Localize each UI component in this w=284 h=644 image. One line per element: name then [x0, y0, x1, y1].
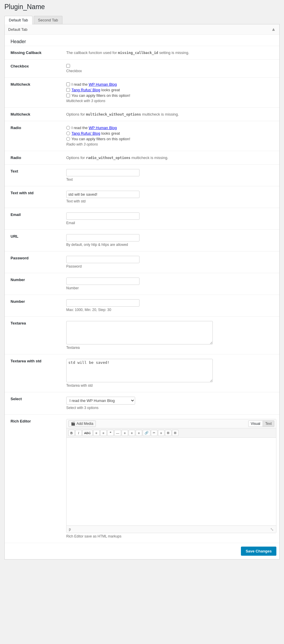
missing-callback-value: The callback function used for missing_c… [63, 46, 279, 60]
section-title: Default Tab [8, 27, 28, 32]
checkbox-sublabel: Checkbox [66, 69, 276, 73]
editor-btn-align-right[interactable]: ≡ [136, 430, 142, 436]
editor-btn-fullscreen[interactable]: ⊞ [165, 430, 171, 436]
missing-callback-text: The callback function used for missing_c… [66, 50, 189, 55]
multicheck2-pre: Options for [66, 112, 86, 116]
textarea-input[interactable] [66, 321, 213, 344]
text-tab[interactable]: Text [263, 420, 274, 427]
editor-btn-more[interactable]: ≡ [158, 430, 164, 436]
tab-default[interactable]: Default Tab [4, 16, 33, 24]
radio2-row: Radio Options for radio_without_options … [5, 151, 279, 165]
radio-input-2[interactable] [66, 131, 70, 135]
tab-nav: Default Tab Second Tab [4, 14, 280, 24]
number2-input[interactable] [66, 299, 140, 307]
multicheck2-id: multicheck_without_options [86, 112, 141, 116]
rich-editor-content[interactable] [67, 438, 276, 526]
multicheck-row: Multicheck I read the WP Human Blog Tang… [5, 78, 279, 108]
textarea-with-std-row: Textarea with std std will be saved! Tex… [5, 354, 279, 392]
textarea-label: Textarea [5, 317, 63, 354]
multicheck-item-2: Tang Rufus' Blog looks great [66, 88, 276, 92]
email-input[interactable] [66, 212, 140, 220]
rich-editor-footer: p ⤡ [67, 526, 276, 533]
editor-btn-hr[interactable]: — [114, 430, 121, 436]
checkbox-input[interactable] [66, 64, 70, 68]
text-with-std-input[interactable] [66, 191, 140, 198]
editor-btn-strikethrough[interactable]: ABC [82, 430, 93, 436]
multicheck-item-3-text: You can apply filters on this option! [72, 93, 130, 98]
select-sublabel: Select with 3 options [66, 406, 276, 410]
select-row: Select I read the WP Human Blog Tang Ruf… [5, 392, 279, 415]
resize-handle-icon[interactable]: ⤡ [270, 527, 274, 532]
text-sublabel: Text [66, 178, 276, 182]
rich-editor-sublabel: Rich Editor save as HTML markups [66, 534, 276, 538]
editor-btn-align-center[interactable]: ≡ [129, 430, 135, 436]
header-field-value [63, 35, 279, 46]
multicheck-checkbox-1[interactable] [66, 82, 70, 86]
editor-btn-ul[interactable]: ≡ [93, 430, 100, 436]
multicheck-checkbox-2[interactable] [66, 88, 70, 92]
radio2-pre: Options for [66, 155, 86, 160]
editor-btn-italic[interactable]: I [75, 430, 82, 436]
form-table: Header Missing Callback The callback fun… [5, 35, 279, 543]
multicheck-link-1[interactable]: WP Human Blog [89, 82, 117, 87]
radio-label: Radio [5, 121, 63, 151]
radio-item-3-text: You can apply filters on this option! [72, 137, 130, 141]
editor-btn-blockquote[interactable]: ❝ [107, 430, 114, 436]
save-changes-button[interactable]: Save Changes [241, 547, 276, 556]
radio2-post: multicheck is missing. [130, 155, 168, 160]
rich-editor-cell: 🎬 Add Media Visual Text B I ABC [63, 415, 279, 543]
multicheck-item-1-text: I read the WP Human Blog [72, 82, 117, 87]
collapse-icon[interactable]: ▲ [271, 27, 276, 32]
radio2-text: Options for radio_without_options multic… [66, 155, 168, 160]
radio-item-2-text: Tang Rufus' Blog looks great [72, 131, 120, 136]
editor-btn-ol[interactable]: ≡ [100, 430, 107, 436]
multicheck2-text: Options for multicheck_without_options m… [66, 112, 179, 116]
visual-text-tabs: Visual Text [248, 420, 274, 427]
number2-sublabel: Max: 1000, Min: 20, Step: 30 [66, 308, 276, 312]
url-cell: By default, only http & https are allowe… [63, 230, 279, 251]
radio-input-3[interactable] [66, 137, 70, 141]
checkbox-container [66, 64, 276, 68]
textarea-with-std-label: Textarea with std [5, 354, 63, 392]
multicheck-link-2[interactable]: Tang Rufus' Blog [72, 88, 100, 92]
select-input[interactable]: I read the WP Human Blog Tang Rufus' Blo… [66, 397, 135, 405]
number2-row: Number Max: 1000, Min: 20, Step: 30 [5, 295, 279, 317]
number-input[interactable] [66, 278, 140, 285]
url-input[interactable] [66, 234, 140, 241]
rich-editor-row: Rich Editor 🎬 Add Media Visual Text [5, 415, 279, 543]
multicheck-item-2-text: Tang Rufus' Blog looks great [72, 88, 120, 92]
editor-btn-bold[interactable]: B [68, 430, 75, 436]
missing-callback-id: missing_callback_id [118, 51, 158, 55]
multicheck-checkbox-3[interactable] [66, 94, 70, 97]
tab-second[interactable]: Second Tab [34, 16, 62, 24]
multicheck-value: I read the WP Human Blog Tang Rufus' Blo… [63, 78, 279, 108]
text-label: Text [5, 165, 63, 186]
radio-link-2[interactable]: Tang Rufus' Blog [72, 131, 100, 136]
email-sublabel: Email [66, 221, 276, 225]
multicheck-label: Multicheck [5, 78, 63, 108]
multicheck2-row: Multicheck Options for multicheck_withou… [5, 108, 279, 121]
textarea-with-std-input[interactable]: std will be saved! [66, 359, 213, 382]
number2-label: Number [5, 295, 63, 317]
visual-tab[interactable]: Visual [248, 420, 263, 427]
textarea-row: Textarea Textarea [5, 317, 279, 354]
radio-item-1: I read the WP Human Blog [66, 126, 276, 130]
radio-input-1[interactable] [66, 126, 70, 130]
rich-editor-wrap: 🎬 Add Media Visual Text B I ABC [66, 419, 276, 533]
editor-btn-toolbar-toggle[interactable]: ⊞ [172, 430, 178, 436]
editor-btn-unlink[interactable]: ✂ [151, 430, 157, 436]
textarea-with-std-cell: std will be saved! Textarea with std [63, 354, 279, 392]
password-input[interactable] [66, 256, 140, 263]
radio-link-1[interactable]: WP Human Blog [89, 126, 117, 130]
editor-btn-align-left[interactable]: ≡ [122, 430, 128, 436]
add-media-button[interactable]: 🎬 Add Media [68, 420, 96, 427]
radio2-value: Options for radio_without_options multic… [63, 151, 279, 165]
radio-value: I read the WP Human Blog Tang Rufus' Blo… [63, 121, 279, 151]
text-input[interactable] [66, 169, 140, 176]
submit-row: Save Changes [5, 543, 279, 559]
text-with-std-sublabel: Text with std [66, 199, 276, 203]
page-title: Plugin_Name [4, 3, 280, 11]
multicheck2-post: multicheck is missing. [141, 112, 179, 116]
checkbox-value: Checkbox [63, 60, 279, 78]
editor-btn-link[interactable]: 🔗 [143, 430, 150, 436]
